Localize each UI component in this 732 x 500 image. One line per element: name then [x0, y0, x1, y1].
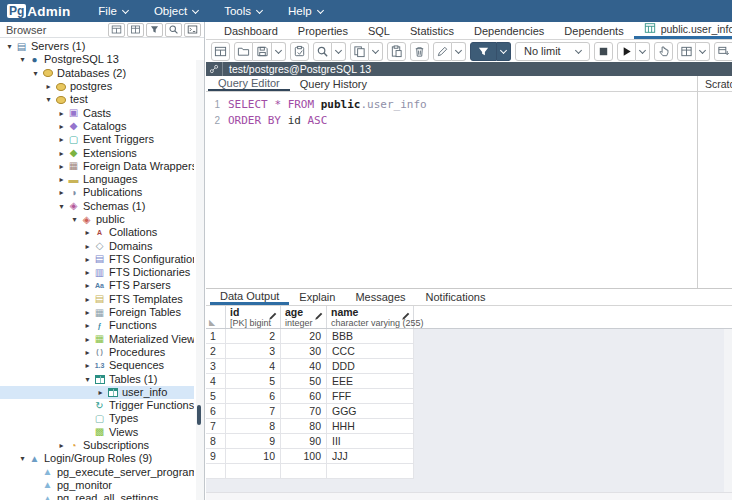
row-number-cell[interactable]: 6 [206, 404, 226, 419]
tree-item-public[interactable]: ▾◈public [0, 213, 194, 226]
output-tab-messages[interactable]: Messages [345, 289, 415, 305]
edit-column-icon[interactable] [268, 311, 278, 323]
row-number-cell[interactable]: 9 [206, 449, 226, 464]
column-header-age[interactable]: ageinteger [281, 306, 327, 328]
cell-name[interactable]: JJJ [327, 449, 414, 464]
expand-arrow-icon[interactable]: ▸ [82, 226, 93, 239]
tree-item-views[interactable]: ▩Views [0, 426, 194, 439]
expand-arrow-icon[interactable]: ▸ [95, 386, 106, 399]
tree-item-login-group-roles-9[interactable]: ▾▲Login/Group Roles (9) [0, 452, 194, 465]
expand-arrow-icon[interactable]: ▸ [56, 120, 67, 133]
row-number-cell[interactable]: 2 [206, 344, 226, 359]
cell-age[interactable]: 80 [281, 419, 327, 434]
tree-item-catalogs[interactable]: ▸◆Catalogs [0, 120, 194, 133]
paste-button[interactable] [387, 42, 406, 61]
terminal-icon[interactable] [184, 23, 201, 37]
empty-cell[interactable] [281, 464, 327, 479]
query-tab-query-editor[interactable]: Query Editor [208, 76, 290, 91]
edit-button[interactable] [433, 42, 452, 61]
tree-item-materialized-views[interactable]: ▸▦Materialized Views [0, 333, 194, 346]
limit-select[interactable]: No limit [515, 42, 590, 61]
column-header-name[interactable]: namecharacter varying (255) [327, 306, 414, 328]
tree-item-postgresql-13[interactable]: ▾●PostgreSQL 13 [0, 53, 194, 66]
tree-item-fts-dictionaries[interactable]: ▸▥FTS Dictionaries [0, 266, 194, 279]
tree-item-databases-2[interactable]: ▾Databases (2) [0, 67, 194, 80]
cell-id[interactable]: 10 [226, 449, 281, 464]
collapse-arrow-icon[interactable]: ▾ [69, 213, 80, 226]
cell-name[interactable]: III [327, 434, 414, 449]
output-tab-data-output[interactable]: Data Output [210, 289, 289, 305]
collapse-arrow-icon[interactable]: ▾ [43, 93, 54, 106]
cell-age[interactable]: 100 [281, 449, 327, 464]
cell-age[interactable]: 60 [281, 389, 327, 404]
cell-id[interactable]: 6 [226, 389, 281, 404]
filter-button-dropdown[interactable] [497, 42, 511, 61]
cell-age[interactable]: 30 [281, 344, 327, 359]
expand-arrow-icon[interactable]: ▸ [82, 279, 93, 292]
expand-arrow-icon[interactable]: ▸ [56, 173, 67, 186]
tree-item-postgres[interactable]: ▸postgres [0, 80, 194, 93]
tree-item-pg-monitor[interactable]: ▲pg_monitor [0, 479, 194, 492]
copy-button[interactable] [350, 42, 369, 61]
delete-button[interactable] [410, 42, 429, 61]
search-icon[interactable] [165, 23, 182, 37]
empty-cell[interactable] [226, 464, 281, 479]
cell-name[interactable]: GGG [327, 404, 414, 419]
tree-item-publications[interactable]: ▸◑Publications [0, 186, 194, 199]
menu-tools[interactable]: Tools [224, 5, 262, 17]
editor-line[interactable]: 2ORDER BY id ASC [206, 112, 697, 128]
tree-item-fts-parsers[interactable]: ▸AaFTS Parsers [0, 279, 194, 292]
tree-item-servers-1[interactable]: ▾▤Servers (1) [0, 40, 194, 53]
tree-item-functions[interactable]: ▸ƒFunctions [0, 319, 194, 332]
tree-item-casts[interactable]: ▸▣Casts [0, 106, 194, 119]
tree-item-pg-execute-server-program[interactable]: ▲pg_execute_server_program [0, 466, 194, 479]
output-tab-explain[interactable]: Explain [289, 289, 345, 305]
collapse-arrow-icon[interactable]: ▾ [4, 40, 15, 53]
expand-arrow-icon[interactable]: ▸ [56, 160, 67, 173]
output-tab-notifications[interactable]: Notifications [416, 289, 496, 305]
cell-id[interactable]: 2 [226, 329, 281, 344]
tab-statistics[interactable]: Statistics [400, 22, 464, 39]
cell-age[interactable]: 40 [281, 359, 327, 374]
cell-name[interactable]: FFF [327, 389, 414, 404]
cell-name[interactable]: CCC [327, 344, 414, 359]
row-number-cell[interactable]: 4 [206, 374, 226, 389]
cell-id[interactable]: 8 [226, 419, 281, 434]
tree-item-domains[interactable]: ▸◇Domains [0, 239, 194, 252]
macros-button-dropdown[interactable] [696, 42, 710, 61]
expand-arrow-icon[interactable]: ▸ [82, 253, 93, 266]
cell-age[interactable]: 50 [281, 374, 327, 389]
find-button[interactable] [313, 42, 332, 61]
select-all-cell[interactable]: ◣ [206, 306, 226, 328]
tab-dependents[interactable]: Dependents [554, 22, 633, 39]
execute-button[interactable] [617, 42, 636, 61]
cell-id[interactable]: 3 [226, 344, 281, 359]
cell-name[interactable]: EEE [327, 374, 414, 389]
tree-item-languages[interactable]: ▸▬Languages [0, 173, 194, 186]
cell-id[interactable]: 9 [226, 434, 281, 449]
row-number-cell[interactable]: 7 [206, 419, 226, 434]
editor-line[interactable]: 1SELECT * FROM public.user_info [206, 96, 697, 112]
save-data-button[interactable] [290, 42, 309, 61]
save-file-button-dropdown[interactable] [272, 42, 286, 61]
tab-properties[interactable]: Properties [288, 22, 358, 39]
save-file-button[interactable] [253, 42, 272, 61]
menu-object[interactable]: Object [154, 5, 198, 17]
cell-id[interactable]: 4 [226, 359, 281, 374]
expand-arrow-icon[interactable]: ▸ [56, 186, 67, 199]
expand-arrow-icon[interactable]: ▸ [56, 107, 67, 120]
cell-name[interactable]: DDD [327, 359, 414, 374]
filter-button[interactable] [470, 42, 497, 61]
edit-button-dropdown[interactable] [452, 42, 466, 61]
expand-arrow-icon[interactable]: ▸ [82, 319, 93, 332]
expand-arrow-icon[interactable]: ▸ [56, 147, 67, 160]
collapse-arrow-icon[interactable]: ▾ [82, 373, 93, 386]
tree-item-subscriptions[interactable]: ▸◔Subscriptions [0, 439, 194, 452]
expand-arrow-icon[interactable]: ▸ [82, 359, 93, 372]
tree-item-trigger-functions[interactable]: ↻Trigger Functions [0, 399, 194, 412]
sql-editor[interactable]: 1SELECT * FROM public.user_info2ORDER BY… [206, 92, 697, 288]
tree-item-tables-1[interactable]: ▾Tables (1) [0, 372, 194, 385]
expand-arrow-icon[interactable]: ▸ [56, 133, 67, 146]
commit-button[interactable] [654, 42, 673, 61]
cell-age[interactable]: 20 [281, 329, 327, 344]
